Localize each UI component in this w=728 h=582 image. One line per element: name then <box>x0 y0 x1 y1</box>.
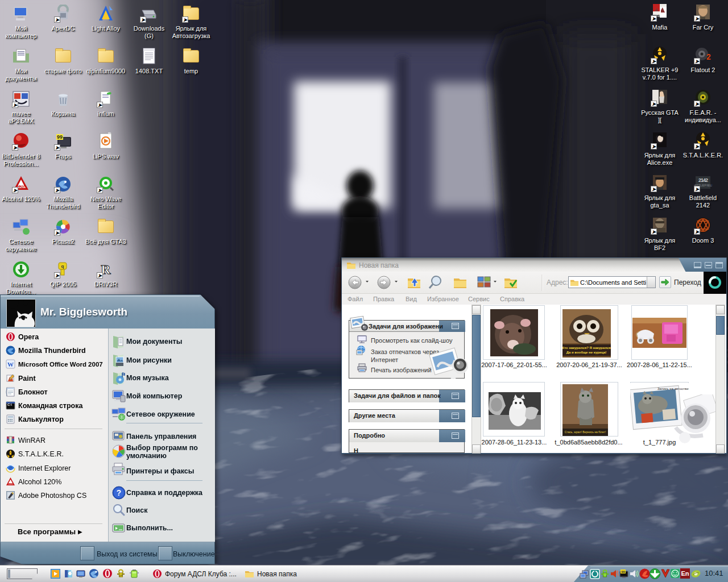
svg-text:- Кто накурился? Я накурился?: - Кто накурился? Я накурился? <box>562 346 611 350</box>
svg-text:?: ? <box>117 488 122 497</box>
svg-text:120%: 120% <box>8 483 13 485</box>
svg-text:2: 2 <box>706 52 711 61</box>
svg-text:99: 99 <box>57 134 63 140</box>
svg-text:2142: 2142 <box>698 177 708 183</box>
svg-text:W: W <box>7 361 14 368</box>
svg-text:q: q <box>61 264 64 269</box>
svg-text:99: 99 <box>621 570 625 573</box>
svg-text:Да и вообще не курица!: Да и вообще не курица! <box>566 351 607 354</box>
svg-text:e: e <box>9 465 13 471</box>
svg-text:Запись на автоответ. Тебя ждут: Запись на автоответ. Тебя ждут <box>657 387 689 390</box>
svg-text:Стась, юрал! Вернись на білет!: Стась, юрал! Вернись на білет! <box>565 430 606 434</box>
svg-text:QIP: QIP <box>119 574 123 577</box>
svg-text:120: 120 <box>18 185 24 189</box>
